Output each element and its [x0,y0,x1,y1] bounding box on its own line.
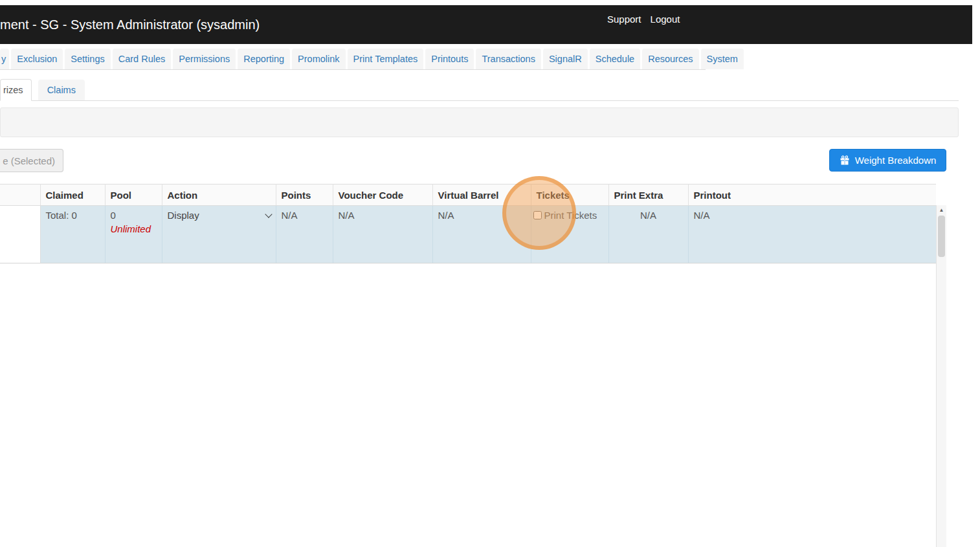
subtab-claims[interactable]: Claims [38,80,85,100]
cell-claimed: Total: 0 [40,206,105,263]
col-header-claimed: Claimed [40,184,105,206]
col-header-voucher-code: Voucher Code [333,184,432,206]
nav-tab-schedule[interactable]: Schedule [590,49,640,69]
logout-link[interactable]: Logout [651,14,680,25]
pool-unlimited-note: Unlimited [111,223,157,234]
col-header-pool: Pool [105,184,162,206]
top-links: Support Logout [607,14,680,25]
col-header-tickets: Tickets [531,184,608,206]
table-header-row: Claimed Pool Action Points Voucher Code … [0,184,936,206]
pool-value: 0 [111,210,157,221]
cell-voucher-code: N/A [333,206,432,263]
nav-tab-resources[interactable]: Resources [642,49,698,69]
cell-pool: 0 Unlimited [105,206,162,263]
table-row: Total: 0 0 Unlimited Display N/A N/A N/A [0,206,936,263]
gift-icon [840,155,850,166]
nav-tab-promolink[interactable]: Promolink [292,49,345,69]
top-bar: ment - SG - System Administrator (sysadm… [0,5,972,44]
app-title: ment - SG - System Administrator (sysadm… [0,17,260,32]
print-tickets-checkbox[interactable] [533,211,542,219]
col-header-blank [0,184,40,206]
nav-tab-system[interactable]: System [701,49,744,69]
cell-tickets: Print Tickets [531,206,608,263]
scroll-up-arrow-icon[interactable]: ▲ [937,205,946,215]
main-nav-tabs: y Exclusion Settings Card Rules Permissi… [0,49,706,70]
nav-tab-transactions[interactable]: Transactions [476,49,540,69]
nav-tab-print-templates[interactable]: Print Templates [348,49,424,69]
vertical-scrollbar[interactable]: ▲ [936,205,946,547]
subtab-prizes[interactable]: rizes [0,79,32,101]
support-link[interactable]: Support [607,14,641,25]
scrollbar-thumb[interactable] [938,216,945,257]
col-header-printout: Printout [688,184,936,206]
nav-tab-exclusion[interactable]: Exclusion [11,49,63,69]
weight-breakdown-button[interactable]: Weight Breakdown [829,149,946,172]
nav-tab-clipped[interactable]: y [0,49,9,69]
nav-tab-card-rules[interactable]: Card Rules [113,49,172,69]
print-tickets-option[interactable]: Print Tickets [533,210,597,221]
cell-action: Display [162,206,276,263]
remove-selected-button[interactable]: e (Selected) [0,149,63,172]
nav-tab-settings[interactable]: Settings [65,49,110,69]
col-header-print-extra: Print Extra [608,184,688,206]
cell-print-extra: N/A [608,206,688,263]
print-tickets-label: Print Tickets [544,210,597,221]
prize-table: Claimed Pool Action Points Voucher Code … [0,184,936,263]
nav-tab-printouts[interactable]: Printouts [425,49,474,69]
cell-virtual-barrel: N/A [432,206,531,263]
cell-blank [0,206,40,263]
col-header-virtual-barrel: Virtual Barrel [432,184,531,206]
nav-tab-permissions[interactable]: Permissions [173,49,236,69]
panel-header [0,107,959,137]
nav-tab-reporting[interactable]: Reporting [238,49,290,69]
nav-tab-signalr[interactable]: SignalR [543,49,588,69]
cell-points: N/A [276,206,333,263]
chevron-down-icon [265,210,272,218]
action-select[interactable]: Display [168,210,271,221]
col-header-action: Action [162,184,276,206]
action-select-value: Display [168,210,199,221]
sub-tabs: rizes Claims [0,78,959,101]
col-header-points: Points [276,184,333,206]
weight-breakdown-label: Weight Breakdown [855,155,937,166]
cell-printout: N/A [688,206,936,263]
